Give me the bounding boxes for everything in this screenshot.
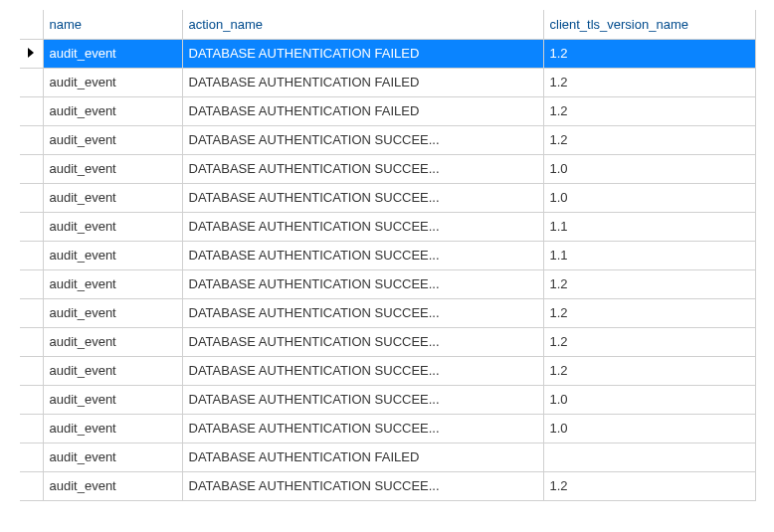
table-row[interactable]: audit_eventDATABASE AUTHENTICATION FAILE… — [20, 96, 755, 125]
row-gutter[interactable] — [20, 96, 43, 125]
row-gutter[interactable] — [20, 68, 43, 96]
table-row[interactable]: audit_eventDATABASE AUTHENTICATION SUCCE… — [20, 269, 755, 298]
cell-action-name[interactable]: DATABASE AUTHENTICATION SUCCEE... — [182, 212, 543, 241]
cell-tls-version[interactable]: 1.2 — [543, 125, 755, 154]
row-gutter[interactable] — [20, 298, 43, 327]
table-row[interactable]: audit_eventDATABASE AUTHENTICATION SUCCE… — [20, 241, 755, 269]
cell-action-name[interactable]: DATABASE AUTHENTICATION SUCCEE... — [182, 269, 543, 298]
cell-name[interactable]: audit_event — [43, 68, 182, 96]
col-header-name[interactable]: name — [43, 10, 182, 39]
table-row[interactable]: audit_eventDATABASE AUTHENTICATION SUCCE… — [20, 385, 755, 414]
table-row[interactable]: audit_eventDATABASE AUTHENTICATION FAILE… — [20, 443, 755, 471]
cell-tls-version[interactable]: 1.1 — [543, 241, 755, 269]
row-gutter[interactable] — [20, 183, 43, 212]
table-row[interactable]: audit_eventDATABASE AUTHENTICATION SUCCE… — [20, 327, 755, 356]
cell-tls-version[interactable]: 1.0 — [543, 154, 755, 183]
cell-name[interactable]: audit_event — [43, 241, 182, 269]
cell-action-name[interactable]: DATABASE AUTHENTICATION SUCCEE... — [182, 385, 543, 414]
row-gutter[interactable] — [20, 269, 43, 298]
cell-tls-version[interactable]: 1.2 — [543, 356, 755, 385]
cell-tls-version[interactable]: 1.2 — [543, 327, 755, 356]
cell-name[interactable]: audit_event — [43, 39, 182, 68]
row-gutter[interactable] — [20, 471, 43, 500]
cell-action-name[interactable]: DATABASE AUTHENTICATION SUCCEE... — [182, 125, 543, 154]
cell-tls-version[interactable]: 1.0 — [543, 183, 755, 212]
cell-name[interactable]: audit_event — [43, 327, 182, 356]
cell-tls-version[interactable]: 1.2 — [543, 68, 755, 96]
row-gutter[interactable] — [20, 125, 43, 154]
col-header-action-name[interactable]: action_name — [182, 10, 543, 39]
col-header-tls[interactable]: client_tls_version_name — [543, 10, 755, 39]
cell-action-name[interactable]: DATABASE AUTHENTICATION FAILED — [182, 39, 543, 68]
table-row[interactable]: audit_eventDATABASE AUTHENTICATION SUCCE… — [20, 356, 755, 385]
cell-name[interactable]: audit_event — [43, 298, 182, 327]
cell-action-name[interactable]: DATABASE AUTHENTICATION SUCCEE... — [182, 298, 543, 327]
cell-tls-version[interactable] — [543, 443, 755, 471]
cell-action-name[interactable]: DATABASE AUTHENTICATION FAILED — [182, 96, 543, 125]
header-row: name action_name client_tls_version_name — [20, 10, 755, 39]
row-header-gutter — [20, 10, 43, 39]
cell-tls-version[interactable]: 1.2 — [543, 269, 755, 298]
cell-tls-version[interactable]: 1.2 — [543, 471, 755, 500]
row-gutter[interactable] — [20, 414, 43, 443]
row-gutter[interactable] — [20, 241, 43, 269]
cell-name[interactable]: audit_event — [43, 471, 182, 500]
cell-name[interactable]: audit_event — [43, 125, 182, 154]
row-gutter[interactable] — [20, 327, 43, 356]
cell-name[interactable]: audit_event — [43, 356, 182, 385]
cell-action-name[interactable]: DATABASE AUTHENTICATION SUCCEE... — [182, 154, 543, 183]
results-grid[interactable]: name action_name client_tls_version_name… — [20, 10, 756, 501]
cell-tls-version[interactable]: 1.0 — [543, 414, 755, 443]
cell-tls-version[interactable]: 1.2 — [543, 39, 755, 68]
table-row[interactable]: audit_eventDATABASE AUTHENTICATION SUCCE… — [20, 154, 755, 183]
cell-action-name[interactable]: DATABASE AUTHENTICATION SUCCEE... — [182, 327, 543, 356]
row-gutter[interactable] — [20, 154, 43, 183]
table-row[interactable]: audit_eventDATABASE AUTHENTICATION SUCCE… — [20, 125, 755, 154]
row-gutter[interactable] — [20, 356, 43, 385]
row-gutter[interactable] — [20, 212, 43, 241]
table-row[interactable]: audit_eventDATABASE AUTHENTICATION SUCCE… — [20, 298, 755, 327]
cell-tls-version[interactable]: 1.0 — [543, 385, 755, 414]
table-row[interactable]: audit_eventDATABASE AUTHENTICATION FAILE… — [20, 68, 755, 96]
cell-action-name[interactable]: DATABASE AUTHENTICATION SUCCEE... — [182, 414, 543, 443]
cell-action-name[interactable]: DATABASE AUTHENTICATION SUCCEE... — [182, 183, 543, 212]
cell-name[interactable]: audit_event — [43, 443, 182, 471]
table-row[interactable]: audit_eventDATABASE AUTHENTICATION FAILE… — [20, 39, 755, 68]
row-gutter[interactable] — [20, 385, 43, 414]
table-row[interactable]: audit_eventDATABASE AUTHENTICATION SUCCE… — [20, 212, 755, 241]
cell-name[interactable]: audit_event — [43, 212, 182, 241]
cell-action-name[interactable]: DATABASE AUTHENTICATION FAILED — [182, 68, 543, 96]
row-gutter[interactable] — [20, 39, 43, 68]
cell-name[interactable]: audit_event — [43, 414, 182, 443]
current-row-indicator-icon — [28, 48, 34, 58]
cell-action-name[interactable]: DATABASE AUTHENTICATION SUCCEE... — [182, 356, 543, 385]
cell-name[interactable]: audit_event — [43, 183, 182, 212]
table-row[interactable]: audit_eventDATABASE AUTHENTICATION SUCCE… — [20, 414, 755, 443]
row-gutter[interactable] — [20, 443, 43, 471]
cell-name[interactable]: audit_event — [43, 96, 182, 125]
cell-tls-version[interactable]: 1.2 — [543, 298, 755, 327]
table-row[interactable]: audit_eventDATABASE AUTHENTICATION SUCCE… — [20, 183, 755, 212]
cell-name[interactable]: audit_event — [43, 269, 182, 298]
cell-action-name[interactable]: DATABASE AUTHENTICATION FAILED — [182, 443, 543, 471]
table-row[interactable]: audit_eventDATABASE AUTHENTICATION SUCCE… — [20, 471, 755, 500]
cell-tls-version[interactable]: 1.2 — [543, 96, 755, 125]
cell-action-name[interactable]: DATABASE AUTHENTICATION SUCCEE... — [182, 471, 543, 500]
cell-tls-version[interactable]: 1.1 — [543, 212, 755, 241]
cell-name[interactable]: audit_event — [43, 154, 182, 183]
cell-action-name[interactable]: DATABASE AUTHENTICATION SUCCEE... — [182, 241, 543, 269]
cell-name[interactable]: audit_event — [43, 385, 182, 414]
